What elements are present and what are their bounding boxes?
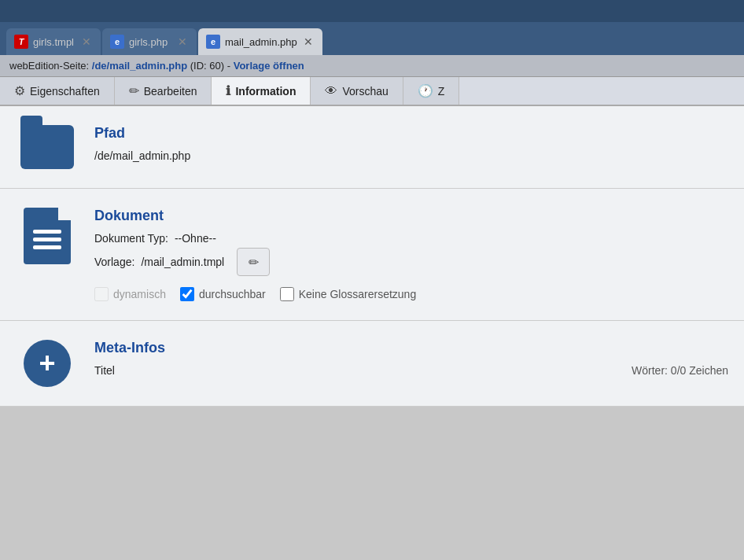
tab-label-mail-admin: mail_admin.php [225,36,297,48]
tab-icon-girls-php: e [110,35,124,49]
plus-icon: + [24,340,71,387]
breadcrumb-prefix: webEdition-Seite: [9,60,89,72]
checkbox-dynamisch-label: dynamisch [113,288,166,300]
tabs-row: T girls.tmpl ✕ e girls.php ✕ e mail_admi… [0,22,744,55]
dokument-title: Dokument [94,208,728,224]
dokument-vorlage-label: Vorlage: [94,256,134,268]
edit-icon: ✏ [129,83,139,98]
dokument-typ-label: Dokument Typ: [94,232,168,245]
gear-icon: ⚙ [14,83,25,98]
tab-nav-information[interactable]: ℹ Information [212,77,311,105]
checkbox-dynamisch-input[interactable] [94,287,109,301]
tab-girls-tmpl[interactable]: T girls.tmpl ✕ [6,28,101,55]
pfad-title: Pfad [94,125,728,142]
tab-close-mail-admin[interactable]: ✕ [302,35,315,48]
breadcrumb-bar: webEdition-Seite: /de/mail_admin.php (ID… [0,55,744,77]
tab-girls-php[interactable]: e girls.php ✕ [102,28,197,55]
tab-nav-label-information: Information [235,85,296,98]
dokument-vorlage-value: /mail_admin.tmpl [141,256,224,268]
breadcrumb-path-link[interactable]: /de/mail_admin.php [92,60,187,72]
checkbox-durchsuchbar-input[interactable] [180,287,194,301]
tab-nav-bearbeiten[interactable]: ✏ Bearbeiten [115,77,212,105]
tab-navigation: ⚙ Eigenschaften ✏ Bearbeiten ℹ Informati… [0,77,744,106]
dokument-vorlage-row: Vorlage: /mail_admin.tmpl ✏ [94,248,728,276]
document-icon [24,208,71,264]
pfad-path: /de/mail_admin.php [94,149,728,162]
tab-nav-eigenschaften[interactable]: ⚙ Eigenschaften [0,77,115,105]
checkbox-dynamisch[interactable]: dynamisch [94,287,166,301]
checkbox-keine-glossar[interactable]: Keine Glossarersetzung [280,287,416,301]
tab-mail-admin[interactable]: e mail_admin.php ✕ [198,28,322,55]
checkbox-keine-glossar-label: Keine Glossarersetzung [299,288,416,300]
tab-nav-label-bearbeiten: Bearbeiten [144,85,197,98]
doc-line-1 [33,230,61,234]
doc-line-2 [33,238,61,241]
doc-lines [33,230,61,249]
pfad-content: Pfad /de/mail_admin.php [79,125,728,165]
dokument-typ-value: --Ohne-- [175,232,216,245]
vorlage-edit-icon: ✏ [249,255,259,270]
tab-close-girls-tmpl[interactable]: ✕ [80,35,93,48]
doc-line-3 [33,245,61,249]
breadcrumb-vorlage-link[interactable]: Vorlage öffnen [234,60,304,72]
tab-nav-label-history: Z [438,85,445,98]
clock-icon: 🕐 [418,83,433,98]
tab-nav-label-eigenschaften: Eigenschaften [30,85,100,98]
pfad-section: Pfad /de/mail_admin.php [0,106,744,189]
meta-title: Meta-Infos [94,340,728,356]
tab-label-girls-php: girls.php [129,36,168,48]
main-content: Pfad /de/mail_admin.php Dokument Dokumen… [0,106,744,407]
info-icon: ℹ [226,83,230,98]
breadcrumb-id: (ID: 60) - [190,60,234,72]
dokument-content: Dokument Dokument Typ: --Ohne-- Vorlage:… [79,208,728,301]
checkbox-durchsuchbar-label: durchsuchbar [199,288,266,300]
dokument-icon-area [16,208,79,264]
meta-titel-label: Titel [94,364,115,377]
browser-bar [0,0,744,22]
tab-icon-tmpl: T [14,35,28,49]
eye-icon: 👁 [325,84,337,98]
checkbox-durchsuchbar[interactable]: durchsuchbar [180,287,266,301]
meta-woerter-value: Wörter: 0/0 Zeichen [632,364,728,377]
tab-close-girls-php[interactable]: ✕ [176,35,189,48]
tab-nav-label-vorschau: Vorschau [342,85,388,98]
tab-icon-mail-admin: e [206,35,220,49]
dokument-section: Dokument Dokument Typ: --Ohne-- Vorlage:… [0,189,744,321]
meta-section: + Meta-Infos Titel Wörter: 0/0 Zeichen [0,321,744,407]
tab-nav-vorschau[interactable]: 👁 Vorschau [311,77,403,105]
folder-icon [20,125,74,169]
tab-nav-history[interactable]: 🕐 Z [403,77,460,105]
meta-titel-row: Titel Wörter: 0/0 Zeichen [94,364,728,377]
vorlage-edit-button[interactable]: ✏ [237,248,270,276]
checkboxes-row: dynamisch durchsuchbar Keine Glossarerse… [94,287,728,301]
pfad-icon-area [16,125,79,169]
meta-icon-area: + [16,340,79,387]
checkbox-keine-glossar-input[interactable] [280,287,294,301]
meta-content: Meta-Infos Titel Wörter: 0/0 Zeichen [79,340,728,381]
tab-label-girls-tmpl: girls.tmpl [33,36,74,48]
dokument-typ-row: Dokument Typ: --Ohne-- [94,232,728,245]
